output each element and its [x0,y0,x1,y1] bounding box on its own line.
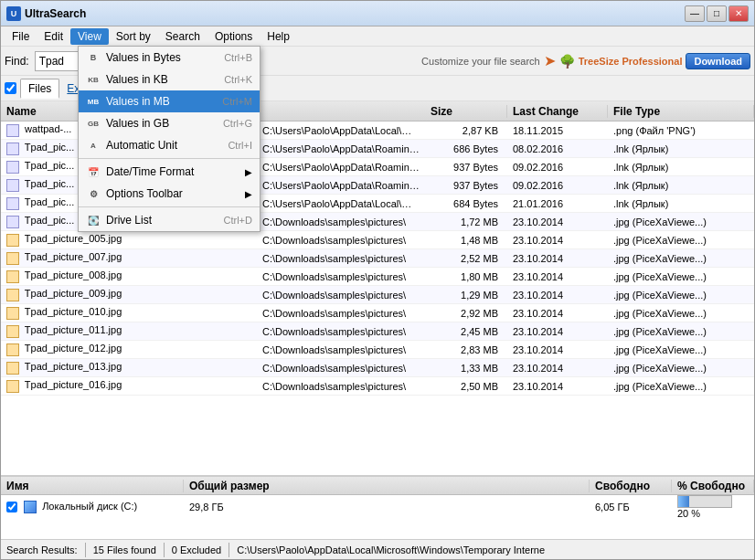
menu-help[interactable]: Help [260,28,297,45]
filter-checkbox[interactable] [5,82,16,94]
drive-percent: 20 % [677,508,700,519]
file-date-cell: 18.11.2015 [507,125,608,136]
menu-options[interactable]: Options [207,28,260,45]
table-row[interactable]: Tpad_picture_012.jpg C:\Downloads\sample… [1,341,754,359]
values-kb-shortcut: Ctrl+K [224,74,252,85]
file-icon [6,197,19,210]
file-size-cell: 1,80 MB [425,271,507,282]
file-path-cell: C:\Downloads\samples\pictures\ [257,290,425,301]
values-gb-shortcut: Ctrl+G [223,118,252,129]
file-icon [6,380,19,393]
file-size-cell: 937 Bytes [425,180,507,191]
file-name-cell: Tpad_picture_011.jpg [1,324,257,337]
file-name-cell: Tpad_picture_016.jpg [1,379,257,392]
file-size-cell: 684 Bytes [425,198,507,209]
header-file-type: File Type [608,105,754,118]
drive-list-label: Drive List [106,214,206,227]
file-type-cell: .png (Файл 'PNG') [608,125,754,136]
datetime-arrow-icon: ▶ [245,167,252,177]
drive-header: Имя Общий размер Свободно % Свободно [1,477,754,495]
table-row[interactable]: Tpad_picture_007.jpg C:\Downloads\sample… [1,249,754,268]
file-name-cell: Tpad_picture_010.jpg [1,306,257,319]
table-row[interactable]: Tpad_picture_009.jpg C:\Downloads\sample… [1,286,754,304]
file-path-cell: C:\Downloads\samples\pictures\ [257,217,425,227]
datetime-icon: 📅 [84,164,102,179]
values-gb-label: Values in GB [106,117,205,130]
promo-text: Customize your file search [421,56,540,67]
file-type-cell: .lnk (Ярлык) [608,180,754,191]
file-size-cell: 937 Bytes [425,162,507,173]
file-type-cell: .jpg (PiceXaViewe...) [608,235,754,246]
kb-icon: KB [84,72,102,87]
file-date-cell: 09.02.2016 [507,162,608,173]
file-type-cell: .jpg (PiceXaViewe...) [608,344,754,355]
menu-drive-list[interactable]: 💽 Drive List Ctrl+D [79,209,260,231]
file-size-cell: 2,87 KB [425,125,507,136]
file-size-cell: 1,33 MB [425,363,507,374]
datetime-format-label: Date/Time Format [106,165,241,178]
file-path-cell: C:\Users\Paolo\AppData\Roaming\Microsoft… [257,162,425,173]
menu-values-bytes[interactable]: B Values in Bytes Ctrl+B [79,47,260,69]
header-last-change: Last Change [507,105,608,118]
auto-icon: A [84,138,102,153]
file-date-cell: 23.10.2014 [507,217,608,227]
file-size-cell: 2,92 MB [425,308,507,319]
table-row[interactable]: Tpad_picture_008.jpg C:\Downloads\sample… [1,268,754,286]
file-date-cell: 23.10.2014 [507,308,608,319]
file-date-cell: 23.10.2014 [507,344,608,355]
file-path-cell: C:\Users\Paolo\AppData\Roaming\Microsoft… [257,143,425,154]
table-row[interactable]: Tpad_picture_005.jpg C:\Downloads\sample… [1,231,754,249]
file-path-cell: C:\Downloads\samples\pictures\ [257,344,425,355]
menu-datetime-format[interactable]: 📅 Date/Time Format ▶ [79,161,260,183]
files-tab[interactable]: Files [20,79,59,99]
values-bytes-shortcut: Ctrl+B [224,52,252,63]
file-size-cell: 2,83 MB [425,344,507,355]
status-path: C:\Users\Paolo\AppData\Local\Microsoft\W… [237,544,545,555]
menu-values-gb[interactable]: GB Values in GB Ctrl+G [79,112,260,134]
menu-auto-unit[interactable]: A Automatic Unit Ctrl+I [79,134,260,156]
table-row[interactable]: Tpad_picture_016.jpg C:\Downloads\sample… [1,377,754,396]
table-row[interactable]: Tpad_picture_010.jpg C:\Downloads\sample… [1,304,754,322]
file-date-cell: 23.10.2014 [507,381,608,392]
close-button[interactable]: ✕ [728,5,749,22]
maximize-button[interactable]: □ [707,5,727,22]
view-dropdown-menu: B Values in Bytes Ctrl+B KB Values in KB… [78,46,261,232]
file-type-cell: .jpg (PiceXaViewe...) [608,308,754,319]
drive-name-cell: Локальный диск (C:) [1,501,184,513]
menu-options-toolbar[interactable]: ⚙ Options Toolbar ▶ [79,183,260,205]
file-path-cell: C:\Downloads\samples\pictures\ [257,363,425,374]
menu-values-kb[interactable]: KB Values in KB Ctrl+K [79,69,260,90]
menu-search[interactable]: Search [158,28,207,45]
file-type-cell: .lnk (Ярлык) [608,162,754,173]
mb-icon: MB [84,94,102,109]
file-date-cell: 23.10.2014 [507,253,608,264]
drive-checkbox[interactable] [6,502,17,512]
download-button[interactable]: Download [686,53,750,69]
file-type-cell: .jpg (PiceXaViewe...) [608,271,754,282]
menu-file[interactable]: File [5,28,37,45]
drive-row: Локальный диск (C:) 29,8 ГБ 6,05 ГБ 20 % [1,495,754,517]
menu-view[interactable]: View [70,28,109,45]
table-row[interactable]: Tpad_picture_011.jpg C:\Downloads\sample… [1,322,754,341]
file-size-cell: 686 Bytes [425,143,507,154]
drive-header-name: Имя [1,480,184,492]
file-icon [6,307,19,320]
menu-sort-by[interactable]: Sort by [109,28,158,45]
minimize-button[interactable]: — [685,5,705,22]
file-date-cell: 23.10.2014 [507,326,608,337]
drive-progress-bar [677,495,732,508]
file-size-cell: 1,72 MB [425,217,507,227]
status-excluded: 0 Excluded [172,544,221,555]
file-type-cell: .jpg (PiceXaViewe...) [608,290,754,301]
menu-values-mb[interactable]: MB Values in MB Ctrl+M [79,90,260,112]
options-toolbar-arrow-icon: ▶ [245,189,252,199]
options-toolbar-label: Options Toolbar [106,187,241,200]
table-row[interactable]: Tpad_picture_013.jpg C:\Downloads\sample… [1,359,754,377]
file-size-cell: 2,52 MB [425,253,507,264]
values-bytes-label: Values in Bytes [106,51,206,64]
file-icon [6,252,19,265]
menu-edit[interactable]: Edit [37,28,70,45]
status-files-found: 15 Files found [93,544,156,555]
drive-progress-fill [678,496,689,507]
file-name-cell: Tpad_picture_009.jpg [1,288,257,301]
